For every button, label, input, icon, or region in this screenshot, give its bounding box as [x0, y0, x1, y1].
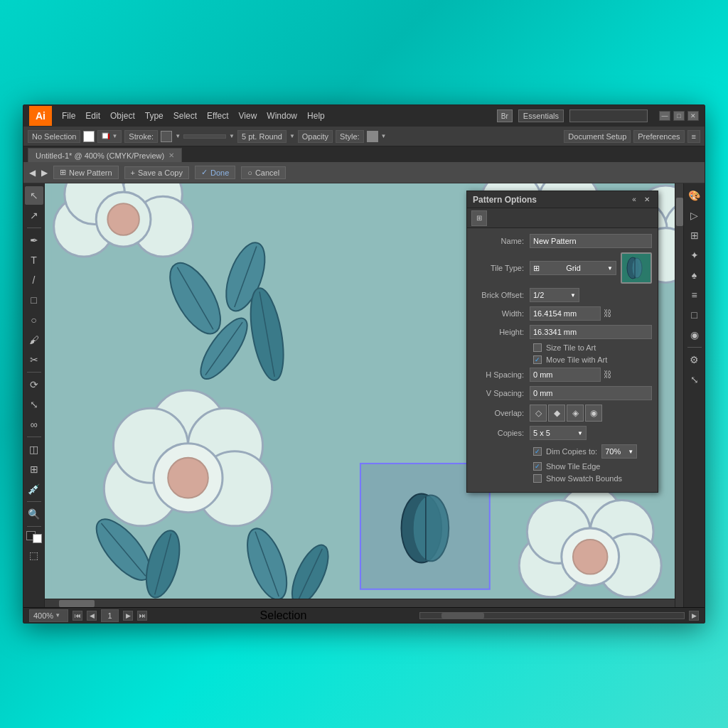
fill-selector[interactable]: ▼ [97, 130, 122, 143]
horizontal-scrollbar[interactable] [45, 599, 675, 607]
scale-tool[interactable]: ⤡ [25, 395, 43, 414]
preferences-button[interactable]: Preferences [633, 130, 684, 143]
right-tool-7[interactable]: □ [685, 306, 704, 324]
stroke-width[interactable] [183, 134, 226, 139]
workspace-selector[interactable]: Essentials [518, 109, 564, 122]
h-spacing-input[interactable] [530, 368, 601, 382]
eyedropper-tool[interactable]: 💉 [25, 480, 43, 498]
panel-collapse-button[interactable]: « [629, 195, 639, 205]
document-tab[interactable]: Untitled-1* @ 400% (CMYK/Preview) ✕ [28, 148, 182, 162]
bottom-scroll-bar[interactable] [419, 612, 685, 619]
overlap-right-front[interactable]: ◆ [548, 405, 565, 422]
type-tool[interactable]: T [25, 251, 43, 269]
close-button[interactable]: ✕ [687, 111, 699, 121]
direct-select-tool[interactable]: ↗ [25, 206, 43, 225]
vertical-scrollbar[interactable] [675, 183, 683, 607]
move-tile-checkbox[interactable]: ✓ [533, 355, 542, 364]
done-button[interactable]: ✓ Done [195, 166, 235, 179]
right-tool-3[interactable]: ⊞ [685, 226, 704, 245]
copies-select[interactable]: 5 x 5 ▼ [530, 426, 587, 440]
right-tool-1[interactable]: 🎨 [685, 186, 704, 205]
menu-select[interactable]: Select [169, 109, 201, 122]
menu-type[interactable]: Type [141, 109, 168, 122]
brush-selector[interactable]: 5 pt. Round [237, 130, 287, 143]
rect-tool[interactable]: □ [25, 291, 43, 309]
maximize-button[interactable]: □ [673, 111, 685, 121]
link-icon[interactable]: ⛓ [604, 309, 614, 318]
name-label: Name: [473, 237, 530, 245]
menu-help[interactable]: Help [303, 109, 329, 122]
show-swatch-bounds-checkbox[interactable] [533, 474, 542, 483]
save-copy-button[interactable]: + Save a Copy [124, 166, 189, 179]
size-tile-checkbox[interactable] [533, 343, 542, 352]
arrange-button[interactable]: ≡ [687, 130, 700, 143]
fill-swatch[interactable] [83, 131, 95, 142]
v-scroll-thumb[interactable] [676, 198, 683, 226]
bottom-scroll-thumb[interactable] [441, 613, 484, 619]
ellipse-tool[interactable]: ○ [25, 311, 43, 329]
overlap-bottom-front[interactable]: ◉ [585, 405, 602, 422]
select-tool[interactable]: ↖ [25, 186, 43, 205]
width-input[interactable] [530, 306, 601, 321]
right-tool-5[interactable]: ♠ [685, 266, 704, 284]
new-pattern-button[interactable]: ⊞ New Pattern [53, 166, 119, 179]
right-tool-4[interactable]: ✦ [685, 246, 704, 264]
show-tile-edge-checkbox[interactable]: ✓ [533, 462, 542, 471]
tile-type-select[interactable]: ⊞ Grid ▼ [530, 261, 616, 275]
doc-setup-button[interactable]: Document Setup [564, 130, 631, 143]
dim-copies-text: Dim Copies to: [546, 447, 597, 456]
menu-view[interactable]: View [235, 109, 262, 122]
menu-window[interactable]: Window [262, 109, 301, 122]
menu-object[interactable]: Object [106, 109, 139, 122]
panel-grid-button[interactable]: ⊞ [471, 210, 487, 226]
artboard-tool[interactable]: ⬚ [25, 546, 43, 564]
tile-type-label: Tile Type: [473, 264, 530, 272]
last-page-button[interactable]: ⏭ [137, 611, 147, 621]
page-input[interactable] [101, 609, 119, 622]
overlap-top-front[interactable]: ◈ [567, 405, 584, 422]
dim-copies-select[interactable]: 70% ▼ [601, 444, 637, 459]
back-arrow[interactable]: ◀ [29, 168, 36, 178]
dim-copies-checkbox[interactable]: ✓ [533, 447, 542, 456]
search-input[interactable] [569, 109, 648, 122]
right-tool-8[interactable]: ◉ [685, 326, 704, 344]
right-tool-10[interactable]: ⤡ [685, 370, 704, 389]
next-page-button[interactable]: ▶ [123, 611, 133, 621]
right-tool-2[interactable]: ▷ [685, 206, 704, 225]
prev-page-button[interactable]: ◀ [87, 611, 97, 621]
cancel-pattern-button[interactable]: ○ Cancel [241, 166, 286, 179]
style-swatch[interactable] [367, 131, 378, 142]
background-swatch[interactable] [33, 534, 42, 543]
mesh-tool[interactable]: ⊞ [25, 460, 43, 478]
zoom-tool[interactable]: 🔍 [25, 505, 43, 523]
stroke-swatch[interactable] [161, 131, 172, 142]
paint-tool[interactable]: 🖌 [25, 331, 43, 349]
bridge-button[interactable]: Br [497, 109, 513, 122]
menu-edit[interactable]: Edit [81, 109, 105, 122]
panel-close-button[interactable]: ✕ [642, 195, 652, 205]
zoom-display[interactable]: 400% ▼ [29, 609, 68, 622]
right-tool-6[interactable]: ≡ [685, 286, 704, 304]
menu-effect[interactable]: Effect [203, 109, 232, 122]
scroll-right-button[interactable]: ▶ [689, 611, 699, 621]
menu-file[interactable]: File [58, 109, 80, 122]
name-input[interactable] [530, 234, 652, 248]
gradient-tool[interactable]: ◫ [25, 440, 43, 459]
scissor-tool[interactable]: ✂ [25, 350, 43, 369]
minimize-button[interactable]: — [659, 111, 670, 121]
rotate-tool[interactable]: ⟳ [25, 375, 43, 394]
brick-offset-select[interactable]: 1/2 ▼ [530, 288, 579, 302]
right-tool-9[interactable]: ⚙ [685, 350, 704, 369]
line-tool[interactable]: / [25, 271, 43, 289]
height-input[interactable] [530, 325, 652, 339]
overlap-left-front[interactable]: ◇ [530, 405, 547, 422]
fwd-arrow[interactable]: ▶ [41, 168, 48, 178]
tab-close-button[interactable]: ✕ [168, 151, 174, 159]
pen-tool[interactable]: ✒ [25, 231, 43, 250]
blend-tool[interactable]: ∞ [25, 415, 43, 434]
h-v-link-icon[interactable]: ⛓ [604, 370, 614, 380]
h-scroll-thumb[interactable] [59, 600, 95, 607]
canvas-area[interactable]: Pattern Options « ✕ ⊞ Name: [45, 183, 683, 607]
v-spacing-input[interactable] [530, 386, 652, 400]
first-page-button[interactable]: ⏮ [73, 611, 82, 621]
